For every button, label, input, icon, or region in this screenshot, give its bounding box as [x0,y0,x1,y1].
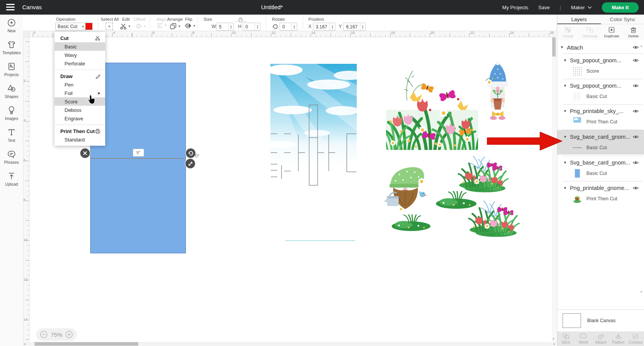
make-it-button[interactable]: Make It [602,2,639,13]
flatten-button[interactable]: Flatten [609,331,627,346]
layer-operation-row[interactable]: Score [557,64,644,77]
tab-layers[interactable]: Layers [557,15,601,24]
slice-button[interactable]: Slice [557,331,574,346]
height-stepper[interactable]: ▲▼ [255,23,260,30]
vertical-scrollbar-thumb[interactable] [552,37,556,57]
sidebar-item-phrases[interactable]: Phrases [0,146,23,168]
green-gnome-image[interactable] [384,161,432,211]
chevron-down-icon[interactable]: ▼ [563,161,567,165]
eye-visibility-icon[interactable] [632,135,639,139]
horizontal-scrollbar-thumb[interactable] [35,342,138,346]
menu-item-perforate[interactable]: Perforate [55,59,105,68]
sky-card-template[interactable] [270,64,357,243]
sidebar-item-projects[interactable]: Projects [0,58,23,80]
menu-item-deboss[interactable]: Deboss [55,106,105,114]
layer-operation-row[interactable]: Print Then Cut [557,192,644,204]
chevron-down-icon[interactable]: ▼ [563,58,567,62]
operation-dropdown[interactable]: Basic Cut▼ [55,23,87,30]
edit-button[interactable]: ▼ [120,23,131,30]
scroll-left-arrow-icon[interactable]: ◂ [24,342,25,346]
scroll-down-caret-icon[interactable]: ▼ [640,290,643,294]
grass-mound-image[interactable] [435,191,477,210]
scroll-right-arrow-icon[interactable]: ▸ [554,342,555,346]
resize-handle[interactable] [185,159,195,168]
attach-group-header[interactable]: ▼ Attach [560,43,639,52]
delete-button[interactable]: Delete [622,24,644,40]
scroll-down-arrow-icon[interactable]: ▾ [553,337,554,341]
eye-visibility-icon[interactable] [632,186,639,190]
layer-operation-row[interactable]: Basic Cut [557,141,644,153]
select-all-button[interactable]: + [106,23,113,30]
save-link[interactable]: Save [538,5,550,10]
selected-score-line[interactable] [91,158,185,159]
chevron-down-icon[interactable]: ▼ [563,135,567,139]
blank-canvas-row[interactable]: Blank Canvas [557,309,644,331]
sidebar-item-upload[interactable]: Upload [0,168,23,190]
chevron-down-icon[interactable]: ▼ [563,186,567,190]
chevron-down-icon[interactable]: ▼ [560,45,564,49]
attach-button[interactable]: Attach [592,331,609,346]
flower-meadow-image[interactable] [386,64,478,150]
tab-color-sync[interactable]: Color Sync [601,15,644,24]
hamburger-menu-icon[interactable] [6,4,15,10]
sidebar-item-new[interactable]: New [0,15,23,37]
chevron-down-icon[interactable]: ▼ [563,84,567,88]
arrange-button[interactable]: ▼ [170,23,181,30]
rotate-input[interactable]: 0 ▲▼ [280,23,297,31]
height-input[interactable]: 0 ▲▼ [243,23,260,31]
grass-mound-image[interactable] [391,215,431,231]
layer-group-selected[interactable]: ▼ Svg_base_card_gnom... Basic Cut [557,130,644,155]
sidebar-item-templates[interactable]: Templates [0,37,23,58]
y-stepper[interactable]: ▲▼ [360,23,365,30]
layer-operation-row[interactable]: Print Then Cut [557,115,644,127]
zoom-out-icon[interactable] [40,331,48,338]
width-stepper[interactable]: ▲▼ [228,23,233,30]
menu-item-wavy[interactable]: Wavy [55,51,105,59]
deselect-handle[interactable] [80,148,90,158]
eye-visibility-icon[interactable] [632,83,639,88]
eye-visibility-icon[interactable] [632,58,639,63]
menu-item-engrave[interactable]: Engrave [55,114,105,123]
rotate-handle[interactable] [186,148,195,158]
layer-group[interactable]: ▼ Png_printable_sky_... Print Then Cut [557,106,644,129]
zoom-in-icon[interactable] [65,331,73,338]
layer-group[interactable]: ▼ Svg_popout_gnom... Basic Cut [557,80,644,103]
flower-bush-image[interactable] [458,155,513,193]
machine-selector[interactable]: Maker [571,5,592,10]
my-projects-link[interactable]: My Projects [502,5,528,10]
rotate-stepper[interactable]: ▲▼ [291,23,297,30]
weld-button[interactable]: Weld [574,331,592,346]
menu-item-standard[interactable]: Standard [55,135,105,144]
lock-aspect-icon[interactable] [234,17,247,22]
sidebar-item-shapes[interactable]: Shapes [0,80,23,102]
layer-group[interactable]: ▼ Png_printable_gnome... Print Then Cut [557,183,644,206]
chevron-down-icon[interactable]: ▼ [563,109,567,113]
sidebar-item-images[interactable]: Images [0,102,23,124]
vertical-scrollbar[interactable]: ▾ [552,37,556,341]
x-stepper[interactable]: ▲▼ [329,23,335,30]
offset-button[interactable]: ▼ [135,23,146,30]
contour-button[interactable]: Contour [627,331,644,346]
eye-visibility-icon[interactable] [632,109,639,113]
menu-item-score[interactable]: Score [55,97,105,106]
ungroup-button[interactable]: UnGroup [579,24,601,40]
y-position-input[interactable]: 6.167 ▲▼ [343,23,366,31]
horizontal-scrollbar[interactable]: ◂ ▸ [23,342,556,346]
sidebar-item-text[interactable]: Text [0,124,23,146]
layer-operation-row[interactable]: Basic Cut [557,90,644,102]
align-button[interactable]: ▼ [157,23,167,28]
flip-button[interactable]: ▼ [184,23,196,29]
width-input[interactable]: 5 ▲▼ [216,23,234,31]
menu-item-pen[interactable]: Pen [55,80,105,89]
group-button[interactable]: Group [557,24,579,40]
eye-visibility-icon[interactable] [632,45,639,50]
layer-group[interactable]: ▼ Svg_popout_gnom... Score [557,55,644,78]
menu-item-basic[interactable]: Basic [55,42,105,51]
x-position-input[interactable]: 3.167 ▲▼ [313,23,335,31]
layer-group[interactable]: ▼ Svg_base_card_gnom... Basic Cut [557,157,644,180]
layer-operation-row[interactable]: Basic Cut [557,166,644,179]
scroll-up-caret-icon[interactable]: ▲ [640,44,643,48]
eye-visibility-icon[interactable] [632,160,639,165]
menu-item-foil[interactable]: Foil▶ [55,89,105,97]
color-swatch[interactable] [85,23,93,30]
